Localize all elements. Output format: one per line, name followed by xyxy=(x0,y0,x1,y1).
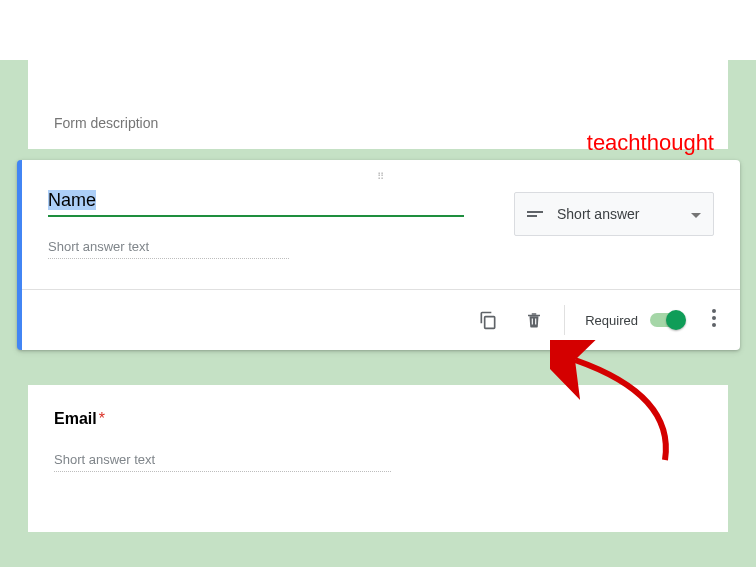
active-question-card: ⠿ Name Short answer text Short answer xyxy=(17,160,740,350)
question-left-column: Name Short answer text xyxy=(48,190,464,259)
short-answer-preview: Short answer text xyxy=(48,239,289,259)
card-footer: Required xyxy=(22,290,740,350)
required-asterisk: * xyxy=(99,410,105,427)
question-type-dropdown[interactable]: Short answer xyxy=(514,192,714,236)
question-title-input[interactable]: Name xyxy=(48,190,464,217)
more-vertical-icon xyxy=(712,309,716,327)
copy-icon xyxy=(478,310,498,330)
svg-point-3 xyxy=(712,309,716,313)
svg-rect-2 xyxy=(535,319,536,325)
drag-handle-icon[interactable]: ⠿ xyxy=(22,160,740,186)
required-toggle[interactable] xyxy=(650,310,686,330)
short-answer-icon xyxy=(527,211,545,217)
email-question-card[interactable]: Email* Short answer text xyxy=(28,385,728,532)
delete-button[interactable] xyxy=(514,300,554,340)
required-label: Required xyxy=(585,313,638,328)
duplicate-button[interactable] xyxy=(468,300,508,340)
svg-rect-1 xyxy=(532,319,533,325)
more-options-button[interactable] xyxy=(702,309,726,332)
trash-icon xyxy=(525,310,543,330)
svg-point-4 xyxy=(712,316,716,320)
card-body: Name Short answer text Short answer xyxy=(22,186,740,279)
email-answer-preview: Short answer text xyxy=(54,452,391,472)
watermark-label: teachthought xyxy=(587,130,714,156)
footer-vertical-divider xyxy=(564,305,565,335)
question-type-label: Short answer xyxy=(557,206,691,222)
chevron-down-icon xyxy=(691,205,701,223)
svg-rect-0 xyxy=(485,317,495,329)
svg-point-5 xyxy=(712,323,716,327)
email-question-title: Email* xyxy=(54,410,702,428)
